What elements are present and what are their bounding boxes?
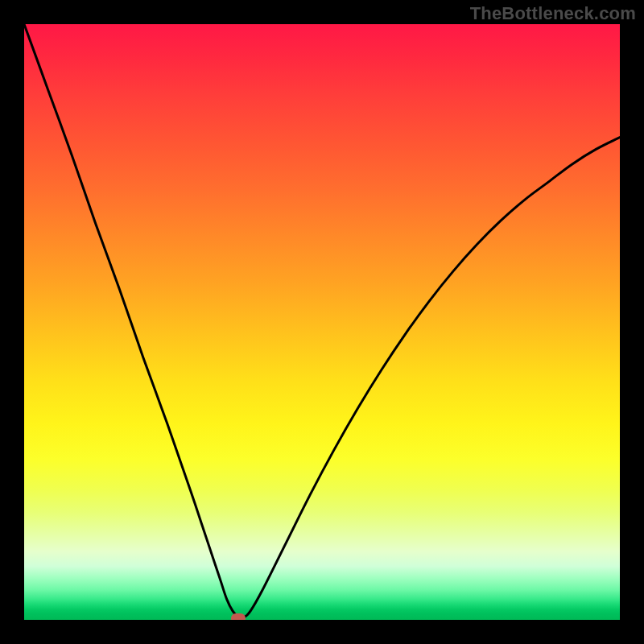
chart-frame: TheBottleneck.com [0,0,644,644]
plot-area [24,24,620,620]
optimum-marker [231,613,246,620]
watermark-text: TheBottleneck.com [470,3,636,24]
bottleneck-curve [24,24,620,620]
